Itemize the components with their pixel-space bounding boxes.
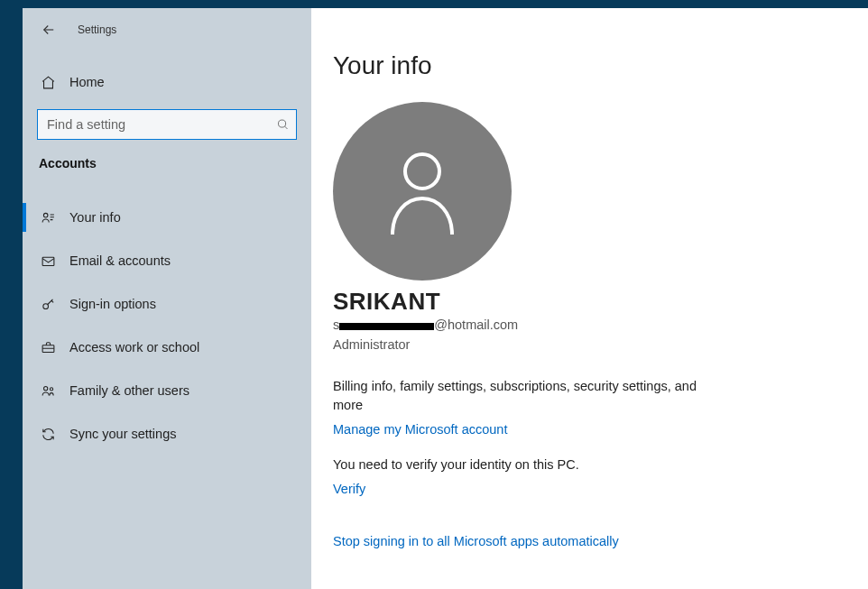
- search-wrap: [37, 109, 297, 140]
- user-role: Administrator: [333, 336, 846, 355]
- svg-point-1: [43, 213, 48, 217]
- back-arrow-icon: [41, 22, 57, 38]
- stop-signin-block: Stop signing in to all Microsoft apps au…: [333, 533, 846, 549]
- svg-point-0: [279, 120, 286, 127]
- sidebar: Settings Home Accounts: [23, 8, 311, 589]
- email-row: s @hotmail.com: [333, 316, 846, 336]
- avatar: [333, 102, 512, 281]
- search-input[interactable]: [37, 109, 297, 140]
- email-suffix: @hotmail.com: [434, 316, 518, 336]
- nav-item-sync-settings[interactable]: Sync your settings: [37, 412, 297, 456]
- nav-label: Email & accounts: [69, 253, 171, 268]
- nav-category: Accounts: [37, 156, 297, 170]
- manage-account-block: Billing info, family settings, subscript…: [333, 377, 846, 438]
- family-icon: [39, 383, 57, 399]
- email-icon: [39, 253, 57, 269]
- back-button[interactable]: [36, 17, 61, 42]
- person-icon: [382, 146, 463, 236]
- manage-account-link[interactable]: Manage my Microsoft account: [333, 422, 507, 437]
- nav-item-sign-in-options[interactable]: Sign-in options: [37, 282, 297, 326]
- home-label: Home: [69, 75, 105, 89]
- nav-item-family-other-users[interactable]: Family & other users: [37, 369, 297, 412]
- your-info-icon: [39, 210, 57, 225]
- nav-label: Your info: [69, 210, 121, 225]
- nav-label: Family & other users: [69, 383, 189, 398]
- settings-window: Settings Home Accounts: [23, 8, 868, 589]
- briefcase-icon: [39, 340, 57, 355]
- nav-label: Sign-in options: [69, 297, 156, 311]
- svg-point-7: [405, 154, 439, 189]
- redacted-email-prefix: [339, 323, 434, 330]
- stop-signin-link[interactable]: Stop signing in to all Microsoft apps au…: [333, 534, 619, 548]
- svg-point-3: [42, 303, 48, 308]
- nav-label: Sync your settings: [69, 427, 176, 441]
- svg-rect-2: [42, 257, 54, 265]
- nav-list: Your info Email & accounts: [37, 196, 297, 456]
- nav-item-access-work-school[interactable]: Access work or school: [37, 326, 297, 369]
- verify-block: You need to verify your identity on this…: [333, 456, 846, 497]
- page-title: Your info: [333, 51, 846, 80]
- search-icon: [276, 118, 290, 132]
- nav-label: Access work or school: [69, 340, 199, 354]
- billing-description: Billing info, family settings, subscript…: [333, 377, 721, 417]
- nav-item-your-info[interactable]: Your info: [37, 196, 297, 239]
- email-prefix: s: [333, 316, 339, 336]
- sync-icon: [39, 427, 57, 442]
- svg-point-6: [50, 387, 52, 390]
- svg-point-5: [43, 386, 47, 390]
- nav-item-email-accounts[interactable]: Email & accounts: [37, 239, 297, 282]
- window-title: Settings: [78, 23, 116, 36]
- verify-description: You need to verify your identity on this…: [333, 456, 721, 475]
- nav-section: Home Accounts: [23, 44, 311, 456]
- main-content: Your info SRIKANT s @hotmail.com Adminis…: [311, 8, 868, 589]
- verify-link[interactable]: Verify: [333, 482, 365, 496]
- home-icon: [39, 75, 57, 90]
- key-icon: [39, 297, 57, 312]
- display-name: SRIKANT: [333, 288, 846, 316]
- titlebar: Settings: [23, 15, 311, 44]
- home-button[interactable]: Home: [37, 64, 297, 100]
